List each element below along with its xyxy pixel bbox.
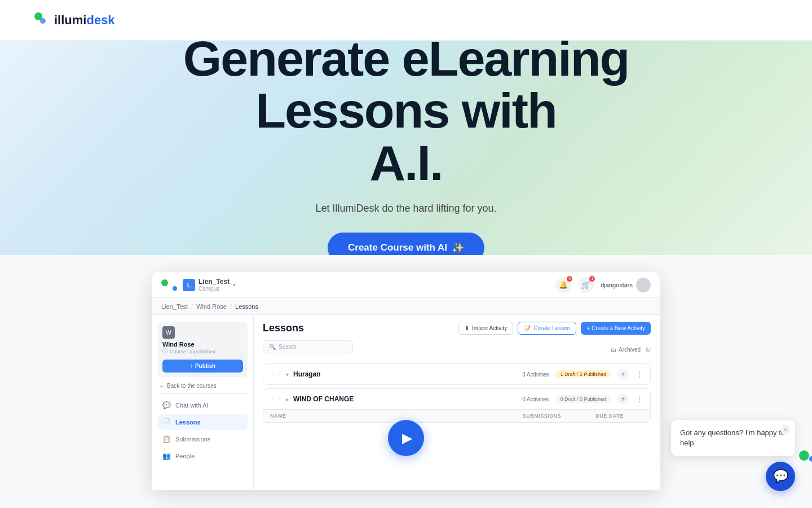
app-sidebar: W Wind Rose ⓘ Course Unpublished ↑ Publi… xyxy=(152,315,254,490)
people-icon: 👥 xyxy=(162,452,171,460)
more-options-icon-1[interactable]: ⋮ xyxy=(636,370,643,379)
back-arrow-icon: ← xyxy=(159,383,165,389)
import-icon: ⬇ xyxy=(465,325,469,331)
course-card: W Wind Rose ⓘ Course Unpublished ↑ Publi… xyxy=(158,322,248,377)
create-activity-button[interactable]: + Create a New Activity xyxy=(581,322,651,335)
refresh-icon[interactable]: ↻ xyxy=(645,346,651,354)
app-header-left: L Lien_Test Campus ▾ xyxy=(161,278,236,292)
chat-dot-small xyxy=(809,456,812,462)
workspace-type: Campus xyxy=(198,286,230,292)
lesson-row-2: ⋮⋮ ▸ WIND OF CHANGE 0 Activities 0 Draft… xyxy=(263,388,651,423)
dot-blue xyxy=(173,286,177,291)
hero-section: Generate eLearning Lessons with A.I. Let… xyxy=(0,41,812,255)
breadcrumb-part2[interactable]: Wind Rose xyxy=(196,303,227,310)
play-icon: ▶ xyxy=(402,430,412,446)
workspace-name: Lien_Test xyxy=(198,278,230,286)
collapse-icon-1[interactable]: ▾ xyxy=(286,371,289,378)
activities-count-1: 3 Activities xyxy=(522,371,549,378)
app-header: L Lien_Test Campus ▾ 🔔 5 🛒 1 xyxy=(152,272,660,298)
breadcrumb: Lien_Test / Wind Rose / Lessons xyxy=(152,298,660,315)
col-submissions: SUBMISSIONS xyxy=(508,413,576,419)
content-actions: ⬇ Import Activity 📝 Create Lesson + Crea… xyxy=(458,322,651,335)
chat-icon: 💬 xyxy=(773,469,788,484)
expand-icon-2[interactable]: ▸ xyxy=(286,396,289,402)
chat-close-button[interactable]: × xyxy=(780,424,791,435)
campus-badge[interactable]: L Lien_Test Campus ▾ xyxy=(183,278,236,292)
hero-subtitle: Let IllumiDesk do the hard lifting for y… xyxy=(315,203,496,214)
add-lesson-button-2[interactable]: + xyxy=(617,393,629,405)
app-main: W Wind Rose ⓘ Course Unpublished ↑ Publi… xyxy=(152,315,660,490)
content-toolbar: 🔍 Search 🗂 Archived ↻ xyxy=(263,340,651,359)
user-avatar xyxy=(636,278,651,292)
activities-count-2: 0 Activities xyxy=(522,396,549,402)
workspace-avatar: L xyxy=(183,279,195,291)
archive-icon: 🗂 xyxy=(611,347,616,353)
chat-ai-icon: 💬 xyxy=(162,401,171,409)
chat-open-button[interactable]: 💬 xyxy=(766,462,795,491)
lesson-row: ⋮⋮ ▾ Huragan 3 Activities 1 Draft / 2 Pu… xyxy=(263,364,651,385)
chat-dot-large xyxy=(799,450,809,461)
lesson-row-right-1: 3 Activities 1 Draft / 2 Published + ⋮ xyxy=(522,369,643,380)
chat-widget: × Got any questions? I'm happy to help. … xyxy=(671,420,795,491)
notification-icon-2[interactable]: 🛒 1 xyxy=(578,277,594,293)
drag-handle-icon: ⋮⋮ xyxy=(270,371,281,378)
app-logo xyxy=(161,279,177,291)
logo[interactable]: illumidesk xyxy=(27,8,115,32)
submissions-icon: 📋 xyxy=(162,435,171,443)
lesson-name-2: WIND OF CHANGE xyxy=(293,395,354,403)
play-button[interactable]: ▶ xyxy=(388,420,424,456)
lesson-sub-table-header: NAME SUBMISSIONS DUE DATE xyxy=(263,409,650,422)
lesson-row-left-1: ⋮⋮ ▾ Huragan xyxy=(270,370,321,378)
status-badge-2: 0 Draft / 0 Published xyxy=(555,395,611,403)
publish-icon: ↑ xyxy=(190,363,193,369)
hero-title: Generate eLearning Lessons with A.I. xyxy=(96,33,716,189)
status-badge-1: 1 Draft / 2 Published xyxy=(555,370,611,378)
col-name: NAME xyxy=(270,413,508,419)
archived-button[interactable]: 🗂 Archived xyxy=(611,347,641,353)
sidebar-item-people[interactable]: 👥 People xyxy=(158,448,248,464)
course-status: ⓘ Course Unpublished xyxy=(162,348,243,355)
sidebar-item-lessons[interactable]: 📄 Lessons xyxy=(158,414,248,430)
breadcrumb-part1[interactable]: Lien_Test xyxy=(161,303,188,310)
notification-icon-1[interactable]: 🔔 5 xyxy=(555,277,571,293)
svg-point-1 xyxy=(40,18,46,24)
lesson-row-left-2: ⋮⋮ ▸ WIND OF CHANGE xyxy=(270,395,354,403)
publish-button[interactable]: ↑ Publish xyxy=(162,360,243,373)
sidebar-divider xyxy=(158,393,248,394)
sparkle-icon: ✨ xyxy=(452,242,464,254)
import-activity-button[interactable]: ⬇ Import Activity xyxy=(458,322,513,335)
chat-bubble-text: Got any questions? I'm happy to help. xyxy=(680,428,786,448)
course-icon: W xyxy=(162,326,175,339)
lesson-name-1: Huragan xyxy=(293,370,321,378)
col-due-date: DUE DATE xyxy=(576,413,643,419)
drag-handle-icon-2: ⋮⋮ xyxy=(270,396,281,402)
dot-green xyxy=(161,279,168,286)
chat-bubble: × Got any questions? I'm happy to help. xyxy=(671,420,795,456)
lesson-row-header-2: ⋮⋮ ▸ WIND OF CHANGE 0 Activities 0 Draft… xyxy=(263,389,650,409)
chevron-down-icon: ▾ xyxy=(233,282,236,288)
create-lesson-button[interactable]: 📝 Create Lesson xyxy=(518,322,576,335)
content-title: Lessons xyxy=(263,322,304,334)
content-header: Lessons ⬇ Import Activity 📝 Create Lesso… xyxy=(263,322,651,335)
lessons-icon: 📄 xyxy=(162,418,171,426)
breadcrumb-sep-2: / xyxy=(230,303,232,310)
app-header-right: 🔔 5 🛒 1 djangostars xyxy=(555,277,651,293)
more-options-icon-2[interactable]: ⋮ xyxy=(636,395,643,404)
site-header: illumidesk xyxy=(0,0,812,41)
search-bar[interactable]: 🔍 Search xyxy=(263,340,353,353)
add-lesson-button-1[interactable]: + xyxy=(617,369,629,380)
lesson-row-header-1: ⋮⋮ ▾ Huragan 3 Activities 1 Draft / 2 Pu… xyxy=(263,364,650,384)
notif-badge-1: 5 xyxy=(567,276,572,282)
username-label: djangostars xyxy=(601,282,633,288)
back-to-courses-link[interactable]: ← Back to the courses xyxy=(159,383,246,389)
create-lesson-icon: 📝 xyxy=(524,325,531,331)
sidebar-item-submissions[interactable]: 📋 Submissions xyxy=(158,431,248,447)
logo-text: illumidesk xyxy=(54,13,115,28)
course-name: Wind Rose xyxy=(162,341,243,348)
user-info[interactable]: djangostars xyxy=(601,278,651,292)
breadcrumb-part3: Lessons xyxy=(235,303,258,310)
cta-label: Create Course with AI xyxy=(348,242,447,253)
lesson-row-right-2: 0 Activities 0 Draft / 0 Published + ⋮ xyxy=(522,393,643,405)
sidebar-item-chat-ai[interactable]: 💬 Chat with AI xyxy=(158,397,248,413)
app-content: Lessons ⬇ Import Activity 📝 Create Lesso… xyxy=(254,315,660,490)
